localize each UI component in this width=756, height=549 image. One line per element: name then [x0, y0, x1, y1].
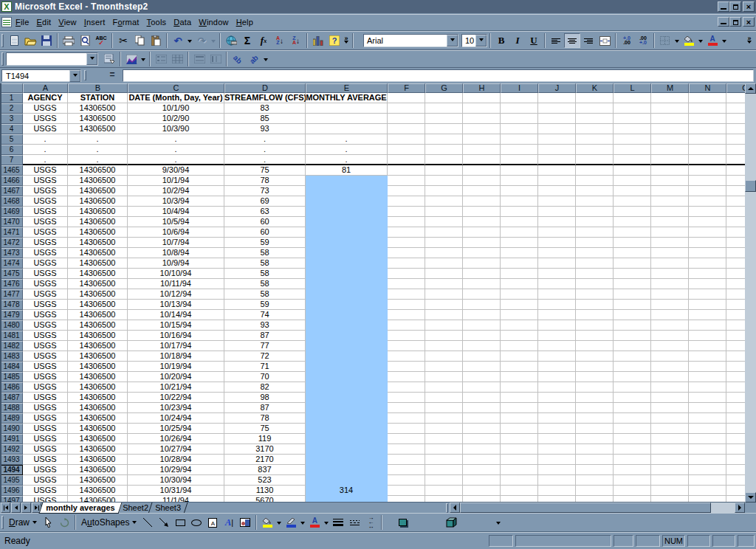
cell-F1483[interactable]: [388, 351, 425, 362]
cell-G3[interactable]: [425, 114, 463, 124]
cell-C1476[interactable]: 10/11/94: [128, 279, 224, 289]
cell-G1497[interactable]: [425, 496, 463, 503]
cell-M1475[interactable]: [651, 269, 689, 279]
menu-view[interactable]: View: [55, 15, 80, 29]
cell-D2[interactable]: 83: [224, 103, 306, 114]
cell-G1476[interactable]: [425, 279, 463, 289]
row-header-1472[interactable]: 1472: [0, 238, 23, 248]
workbook-icon[interactable]: [1, 17, 12, 27]
row-header-1[interactable]: 1: [0, 93, 23, 103]
cell-K1467[interactable]: [576, 186, 614, 196]
cell-E1478[interactable]: [306, 300, 388, 310]
cell-J1469[interactable]: [538, 207, 576, 217]
drawing-drag-handle[interactable]: [1, 516, 4, 529]
cell-N2[interactable]: [689, 103, 726, 114]
cell-K1476[interactable]: [576, 279, 614, 289]
formula-input[interactable]: [123, 69, 754, 82]
cell-G1479[interactable]: [425, 310, 463, 320]
cell-I1479[interactable]: [501, 310, 538, 320]
cell-H2[interactable]: [463, 103, 501, 114]
menu-insert[interactable]: Insert: [80, 15, 109, 29]
by-row-icon[interactable]: [191, 52, 207, 66]
cell-I1494[interactable]: [501, 465, 538, 475]
font-name-dropdown[interactable]: [447, 35, 458, 46]
cell-E1477[interactable]: [306, 289, 388, 300]
cell-M1473[interactable]: [651, 248, 689, 258]
cell-L1482[interactable]: [614, 341, 651, 351]
row-header-1497[interactable]: 1497: [0, 496, 23, 503]
cell-E6[interactable]: .: [306, 145, 388, 155]
cell-G1492[interactable]: [425, 444, 463, 455]
cell-J1468[interactable]: [538, 196, 576, 207]
cell-I1482[interactable]: [501, 341, 538, 351]
cell-F1490[interactable]: [388, 424, 425, 434]
arrow-icon[interactable]: [156, 515, 172, 530]
cell-A1477[interactable]: USGS: [23, 289, 68, 300]
cell-N1497[interactable]: [689, 496, 726, 503]
cell-L1490[interactable]: [614, 424, 651, 434]
cell-H1478[interactable]: [463, 300, 501, 310]
row-header-1480[interactable]: 1480: [0, 320, 23, 331]
cell-K1485[interactable]: [576, 372, 614, 382]
chart-more-dropdown[interactable]: [262, 52, 269, 66]
cell-I1468[interactable]: [501, 196, 538, 207]
cell-N1484[interactable]: [689, 362, 726, 372]
cell-L1493[interactable]: [614, 455, 651, 465]
cell-A1494[interactable]: USGS: [23, 465, 68, 475]
cell-J1478[interactable]: [538, 300, 576, 310]
cell-A1466[interactable]: USGS: [23, 176, 68, 186]
oval-icon[interactable]: [188, 515, 205, 530]
cell-G1488[interactable]: [425, 403, 463, 413]
cell-H1476[interactable]: [463, 279, 501, 289]
cell-M1488[interactable]: [651, 403, 689, 413]
cell-O1478[interactable]: [726, 300, 745, 310]
new-icon[interactable]: [6, 33, 22, 48]
cell-I1480[interactable]: [501, 320, 538, 331]
cell-M1467[interactable]: [651, 186, 689, 196]
cell-M7[interactable]: [651, 155, 689, 165]
cell-K1497[interactable]: [576, 496, 614, 503]
doc-minimize-button[interactable]: [718, 17, 729, 27]
cell-C1477[interactable]: 10/12/94: [128, 289, 224, 300]
cell-F1494[interactable]: [388, 465, 425, 475]
cell-F1468[interactable]: [388, 196, 425, 207]
cell-G1466[interactable]: [425, 176, 463, 186]
cell-D1478[interactable]: 59: [224, 300, 306, 310]
cell-B1466[interactable]: 14306500: [68, 176, 128, 186]
cell-C2[interactable]: 10/1/90: [128, 103, 224, 114]
cell-D1465[interactable]: 75: [224, 165, 306, 176]
cell-F1474[interactable]: [388, 258, 425, 269]
cell-B1[interactable]: STATION: [68, 93, 128, 103]
cell-A6[interactable]: .: [23, 145, 68, 155]
cell-M1466[interactable]: [651, 176, 689, 186]
cell-L1471[interactable]: [614, 227, 651, 238]
cell-F1487[interactable]: [388, 393, 425, 403]
cell-K1491[interactable]: [576, 434, 614, 444]
cell-H1467[interactable]: [463, 186, 501, 196]
cell-N1478[interactable]: [689, 300, 726, 310]
cell-J1486[interactable]: [538, 382, 576, 393]
cell-G1485[interactable]: [425, 372, 463, 382]
cell-C1486[interactable]: 10/21/94: [128, 382, 224, 393]
cell-K1488[interactable]: [576, 403, 614, 413]
menu-edit[interactable]: Edit: [33, 15, 55, 29]
cell-H1470[interactable]: [463, 217, 501, 227]
cell-A5[interactable]: .: [23, 134, 68, 145]
cell-B2[interactable]: 14306500: [68, 103, 128, 114]
cell-E1486[interactable]: [306, 382, 388, 393]
cell-O1493[interactable]: [726, 455, 745, 465]
row-header-1468[interactable]: 1468: [0, 196, 23, 207]
cell-L1483[interactable]: [614, 351, 651, 362]
cell-H4[interactable]: [463, 124, 501, 134]
cell-J1477[interactable]: [538, 289, 576, 300]
cell-I1483[interactable]: [501, 351, 538, 362]
cell-O1472[interactable]: [726, 238, 745, 248]
column-header-C[interactable]: C: [128, 83, 224, 93]
cell-I7[interactable]: [501, 155, 538, 165]
cell-D1490[interactable]: 75: [224, 424, 306, 434]
cell-K5[interactable]: [576, 134, 614, 145]
cell-D1466[interactable]: 78: [224, 176, 306, 186]
cell-K1480[interactable]: [576, 320, 614, 331]
cell-K1482[interactable]: [576, 341, 614, 351]
cell-O1490[interactable]: [726, 424, 745, 434]
